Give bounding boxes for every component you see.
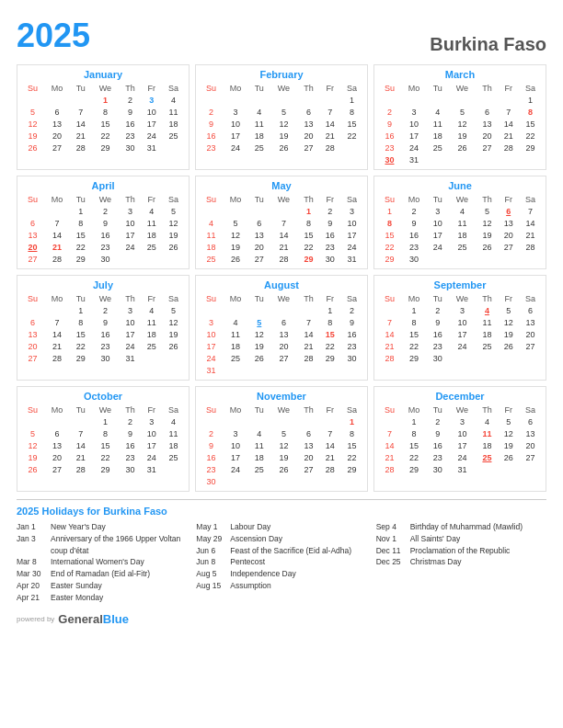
cal-day: 20 (477, 130, 499, 142)
cal-day: 4 (248, 106, 270, 118)
cal-day: 30 (427, 352, 448, 364)
holiday-item: Nov 1All Saints' Day (376, 533, 546, 545)
cal-day: 1 (401, 415, 427, 427)
holiday-date: Jan 3 (17, 533, 46, 557)
holiday-column: May 1Labour DayMay 29Ascension DayJun 6F… (196, 521, 366, 603)
day-header: We (270, 83, 297, 94)
cal-day: 13 (44, 439, 70, 451)
cal-day: 28 (378, 463, 401, 475)
cal-day: 30 (91, 253, 119, 265)
cal-day: 5 (477, 205, 499, 217)
cal-day (477, 352, 499, 364)
cal-day: 29 (298, 253, 320, 265)
cal-table: SuMoTuWeThFrSa12345678910111213141516171… (21, 83, 185, 154)
cal-day: 8 (319, 316, 340, 328)
holiday-item: Mar 30End of Ramadan (Eid al-Fitr) (17, 568, 187, 580)
cal-day: 13 (477, 118, 499, 130)
cal-day: 9 (401, 217, 427, 229)
cal-day: 15 (378, 229, 401, 241)
day-header: Su (200, 293, 223, 304)
day-header: Fr (498, 293, 519, 304)
day-header: Fr (141, 404, 162, 415)
cal-day (270, 205, 297, 217)
cal-day: 1 (519, 94, 542, 106)
cal-day: 29 (319, 352, 340, 364)
day-header: Th (298, 404, 320, 415)
holiday-name: Ascension Day (230, 533, 282, 545)
cal-day: 8 (70, 217, 91, 229)
cal-day: 1 (401, 304, 427, 316)
cal-day: 30 (340, 352, 363, 364)
cal-day (298, 304, 320, 316)
cal-day: 8 (401, 427, 427, 439)
cal-day (223, 475, 248, 487)
cal-day: 11 (223, 328, 248, 340)
cal-day: 5 (498, 304, 519, 316)
cal-day: 24 (223, 142, 248, 154)
day-header: Fr (319, 293, 340, 304)
day-header: Tu (248, 194, 270, 205)
holiday-date: Jun 6 (196, 545, 225, 557)
holiday-item: Sep 4Birthday of Muhammad (Mawlid) (376, 521, 546, 533)
day-header: We (448, 83, 476, 94)
cal-table: SuMoTuWeThFrSa12345678910111213141516171… (378, 83, 542, 165)
cal-day (298, 415, 320, 427)
cal-day (519, 253, 542, 265)
day-header: Su (21, 83, 44, 94)
cal-day: 23 (427, 451, 448, 463)
cal-day: 26 (498, 451, 519, 463)
month-block-november: NovemberSuMoTuWeThFrSa123456789101112131… (195, 386, 368, 492)
cal-day: 28 (298, 352, 320, 364)
cal-day: 12 (223, 229, 248, 241)
cal-day: 16 (200, 130, 223, 142)
cal-day: 12 (498, 316, 519, 328)
cal-day: 18 (448, 229, 476, 241)
cal-day: 4 (427, 106, 448, 118)
holiday-name: Feast of the Sacrifice (Eid al-Adha) (230, 545, 351, 557)
day-header: Mo (401, 404, 427, 415)
holiday-name: Assumption (230, 580, 270, 592)
cal-day: 3 (401, 106, 427, 118)
day-header: Mo (223, 404, 248, 415)
cal-day: 21 (319, 130, 340, 142)
cal-day: 29 (91, 142, 119, 154)
cal-day: 3 (120, 205, 142, 217)
cal-day: 2 (91, 304, 119, 316)
cal-day: 22 (401, 340, 427, 352)
day-header: Sa (162, 83, 185, 94)
month-block-september: SeptemberSuMoTuWeThFrSa12345678910111213… (373, 275, 546, 381)
cal-day (162, 352, 185, 364)
holiday-name: Birthday of Muhammad (Mawlid) (410, 521, 523, 533)
cal-day: 14 (519, 217, 542, 229)
cal-day: 14 (319, 118, 340, 130)
day-header: Th (120, 293, 142, 304)
day-header: We (448, 194, 476, 205)
day-header: We (270, 404, 297, 415)
cal-day: 3 (141, 94, 162, 106)
cal-day: 26 (162, 340, 185, 352)
holiday-name: All Saints' Day (410, 533, 461, 545)
cal-day: 10 (223, 118, 248, 130)
cal-day: 18 (477, 328, 499, 340)
holidays-section: 2025 Holidays for Burkina Faso Jan 1New … (17, 499, 546, 603)
cal-day: 6 (21, 316, 44, 328)
cal-day: 26 (223, 253, 248, 265)
day-header: Fr (319, 404, 340, 415)
cal-day (44, 94, 70, 106)
cal-day: 27 (44, 463, 70, 475)
cal-table: SuMoTuWeThFrSa12345678910111213141516171… (200, 194, 363, 265)
cal-day: 8 (298, 217, 320, 229)
holiday-item: Aug 5Independence Day (196, 568, 366, 580)
cal-day (319, 364, 340, 376)
holiday-name: Labour Day (230, 521, 270, 533)
cal-day (340, 142, 363, 154)
cal-day (448, 352, 476, 364)
cal-day: 20 (248, 241, 270, 253)
cal-day: 12 (162, 217, 185, 229)
cal-table: SuMoTuWeThFrSa12345678910111213141516171… (378, 293, 542, 364)
cal-day: 27 (298, 463, 320, 475)
cal-day: 18 (477, 439, 499, 451)
cal-day: 31 (200, 364, 223, 376)
holiday-name: Proclamation of the Republic (410, 545, 511, 557)
cal-day: 28 (498, 142, 519, 154)
